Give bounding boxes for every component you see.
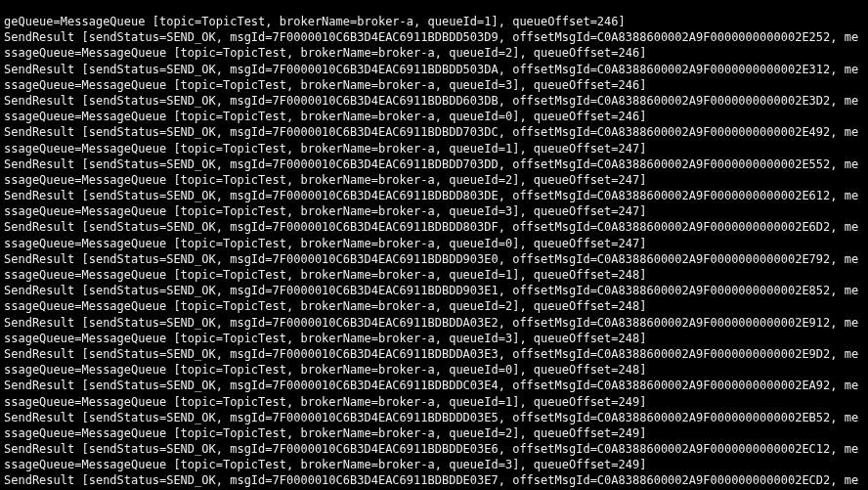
terminal-output: geQueue=MessageQueue [topic=TopicTest, b… bbox=[0, 12, 868, 490]
